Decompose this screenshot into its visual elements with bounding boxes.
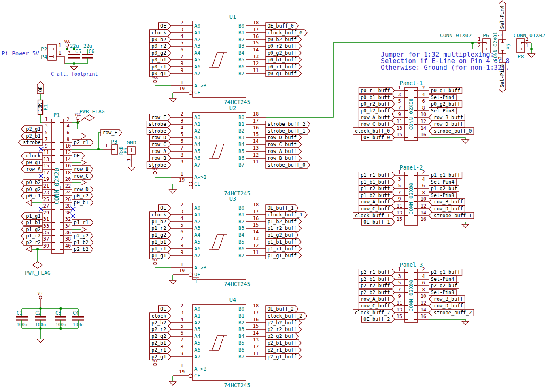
- pin-name: B2: [238, 320, 244, 326]
- pin-number: 2: [66, 117, 69, 122]
- pin-name: A1: [194, 30, 200, 36]
- pin-name: A7: [194, 252, 200, 259]
- pin-number: 15: [253, 222, 259, 228]
- vcc-label: VCC: [152, 76, 158, 80]
- pin-name: A6: [194, 155, 200, 161]
- global-label-text: OE_buff_1: [363, 219, 390, 225]
- vcc-label: VCC: [64, 40, 70, 44]
- pin-number: 1: [398, 267, 401, 272]
- pin-name: A5: [194, 340, 200, 346]
- pin-number: 9: [180, 159, 183, 165]
- global-label-text: row_B_buff: [268, 155, 297, 161]
- pin-number: 5: [180, 323, 183, 329]
- global-label-text: OE: [74, 153, 80, 159]
- pin-number: 2: [422, 267, 425, 272]
- pin-number: 8: [422, 287, 425, 292]
- global-label-text: p2_r2: [151, 326, 166, 332]
- pin-name: A3: [194, 225, 200, 231]
- pin-name: B4: [238, 50, 244, 56]
- pin-number: 5: [398, 183, 401, 189]
- pin-number: 18: [253, 20, 259, 25]
- pin-name: A0: [194, 114, 200, 120]
- global-label-text: row_C_buff: [361, 303, 390, 309]
- pin-number: 15: [253, 323, 259, 329]
- global-label-text: strobe: [149, 128, 166, 134]
- global-label-text: p0_b1_buff: [361, 95, 390, 100]
- pin-number: 6: [422, 183, 425, 189]
- pin-number: 16: [253, 125, 259, 131]
- pin-number: 10: [421, 293, 426, 299]
- global-label-text: p1_g2_buf: [431, 186, 457, 191]
- pin-number: 4: [422, 92, 425, 97]
- note-jumper[interactable]: Otherwise: Ground (for non-1:32).: [381, 64, 510, 71]
- global-label-text: row_A_buff: [361, 296, 390, 302]
- pin-number: 12: [253, 152, 259, 158]
- note-c-alt[interactable]: C alt. footprint: [51, 71, 98, 77]
- global-label-text: row_A_buff: [361, 114, 390, 120]
- pin-number: 14: [421, 307, 426, 313]
- pin-number: 18: [253, 111, 259, 117]
- pin-number: 9: [398, 293, 401, 299]
- global-label-text: strobe_buff_2: [434, 310, 472, 316]
- pin-number: 1: [105, 143, 108, 148]
- pin-number: 9: [398, 112, 401, 117]
- pin-name: A3: [194, 326, 200, 332]
- global-label-text: strobe_buff_0: [268, 162, 306, 168]
- pin-name: B4: [238, 232, 244, 238]
- pin-number: 4: [180, 34, 183, 39]
- reference: C1: [17, 310, 22, 316]
- pin-number: 28: [65, 203, 71, 209]
- pin-number: 2: [478, 42, 480, 48]
- global-label-text: p2_g2: [74, 233, 89, 239]
- pin-name: B7: [238, 162, 244, 168]
- pin-number: 1: [398, 170, 401, 175]
- pin-number: 7: [180, 337, 183, 343]
- reference: R1: [43, 104, 49, 110]
- pin-name: B7: [238, 252, 244, 259]
- pin-number: 11: [253, 351, 259, 356]
- pin-name: CE: [194, 181, 200, 187]
- pin-name: B3: [238, 225, 244, 231]
- pin-number: 19: [179, 369, 185, 375]
- pin-number: 17: [253, 27, 259, 32]
- pin-number: 29: [43, 210, 49, 216]
- pin-number: 13: [253, 337, 259, 343]
- pin-number: 1: [180, 171, 183, 177]
- global-label-text: row_B: [151, 155, 166, 161]
- reference: U2: [229, 105, 236, 111]
- pin-name: A0: [194, 23, 200, 29]
- global-label-text: p2_r2: [26, 239, 40, 245]
- pin-number: 12: [421, 203, 426, 209]
- pin-number: 17: [253, 118, 259, 124]
- global-label-text: p0_r2: [74, 193, 89, 199]
- global-label-text: strobe_buff_1: [434, 213, 472, 218]
- pin-number: 3: [398, 176, 401, 182]
- vcc-label: VCC: [38, 292, 44, 296]
- pin-name: A0: [194, 306, 200, 312]
- global-label-text: row_D_buff: [268, 135, 297, 140]
- pin-number: 4: [180, 216, 183, 221]
- global-label-text: p0_r2_buff: [361, 101, 390, 107]
- global-label-text: p0_r1: [151, 64, 166, 70]
- pin-number: 8: [180, 61, 183, 66]
- pin-name: A1: [194, 121, 200, 127]
- pin-name: A7: [194, 162, 200, 168]
- global-label-text: p0_g1_buff: [268, 71, 297, 76]
- pin-number: 16: [253, 317, 259, 322]
- pin-number: 6: [180, 229, 183, 235]
- pin-number: 12: [253, 61, 259, 66]
- pin-number: 11: [43, 150, 49, 155]
- reference: P6: [483, 32, 489, 38]
- pin-name: A7: [194, 70, 200, 76]
- global-label-text: p1_g1: [26, 213, 40, 219]
- pin-name: A3: [194, 134, 200, 140]
- global-label-text: Sel-Pin8: [431, 108, 455, 114]
- pin-number: 19: [179, 86, 185, 91]
- global-label-text: p0_g2_buff: [431, 101, 460, 107]
- pin-number: 18: [253, 202, 259, 208]
- note-pi-power[interactable]: Pi Power 5V: [2, 50, 39, 57]
- pin-number: 1: [525, 42, 528, 48]
- pin-number: 12: [65, 150, 71, 155]
- global-label-text: row_D: [151, 135, 166, 140]
- pin-number: 1: [45, 117, 47, 122]
